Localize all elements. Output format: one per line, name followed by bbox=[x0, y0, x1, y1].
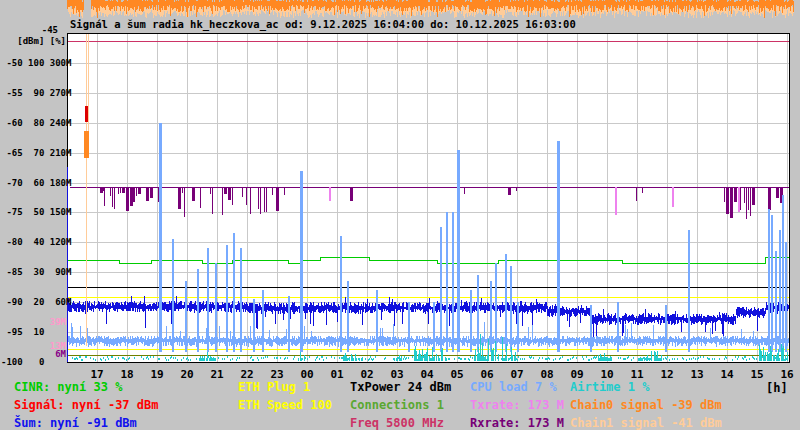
chart-canvas bbox=[0, 0, 800, 430]
legend-item: Rxrate: 173 M bbox=[470, 417, 564, 430]
y-axis-row: -75 50 150M bbox=[1, 207, 71, 217]
legend-item: Chain0 signal -39 dBm bbox=[570, 399, 722, 412]
x-axis-hour-label: 21 bbox=[202, 368, 232, 381]
x-axis-hour-label: 15 bbox=[742, 368, 772, 381]
legend-item: Freq 5800 MHz bbox=[350, 417, 444, 430]
x-axis-hour-label: 12 bbox=[652, 368, 682, 381]
legend-item: TxPower 24 dBm bbox=[350, 381, 451, 394]
y-axis-row: -60 80 240M bbox=[1, 118, 71, 128]
x-axis-hour-label: 14 bbox=[712, 368, 742, 381]
y-axis-row: -70 60 180M bbox=[1, 178, 71, 188]
chart-title: Signál a šum radia hk_heczkova_ac od: 9.… bbox=[70, 18, 576, 30]
legend-item: ETH Speed 100 bbox=[238, 399, 332, 412]
legend-item: Txrate: 173 M bbox=[470, 399, 564, 412]
y-axis-row: -90 20 60M bbox=[1, 297, 71, 307]
legend-item: ETH Plug 1 bbox=[238, 381, 310, 394]
y-axis-header-units: [dBm] [%] bbox=[0, 36, 66, 46]
x-axis-hour-label: 16 bbox=[772, 368, 800, 381]
legend-item: Šum: nyní -91 dBm bbox=[14, 417, 137, 430]
legend-item: Signál: nyní -37 dBm bbox=[14, 399, 159, 412]
y-axis-label-39m: 39M bbox=[0, 317, 66, 327]
legend-item: Connections 1 bbox=[350, 399, 444, 412]
x-axis-unit-label: [h] bbox=[766, 381, 788, 395]
y-axis-row: -85 30 90M bbox=[1, 267, 71, 277]
y-axis-row: -50 100 300M bbox=[1, 58, 71, 68]
legend-item: Airtime 1 % bbox=[570, 381, 649, 394]
y-axis-header-dbm: -45 bbox=[0, 25, 58, 35]
x-axis-hour-label: 01 bbox=[322, 368, 352, 381]
y-axis-label-6m: 6M bbox=[0, 349, 66, 359]
y-axis-row: -55 90 270M bbox=[1, 88, 71, 98]
legend-item: CPU load 7 % bbox=[470, 381, 557, 394]
y-axis-row: -80 40 120M bbox=[1, 237, 71, 247]
x-axis-hour-label: 19 bbox=[142, 368, 172, 381]
y-axis-row: -65 70 210M bbox=[1, 148, 71, 158]
x-axis-hour-label: 20 bbox=[172, 368, 202, 381]
y-axis-row: -95 10 bbox=[1, 327, 44, 337]
legend-item: Chain1 signal -41 dBm bbox=[570, 417, 722, 430]
x-axis-hour-label: 13 bbox=[682, 368, 712, 381]
radio-signal-graph: Signál a šum radia hk_heczkova_ac od: 9.… bbox=[0, 0, 800, 430]
legend-item: CINR: nyní 33 % bbox=[14, 381, 122, 394]
